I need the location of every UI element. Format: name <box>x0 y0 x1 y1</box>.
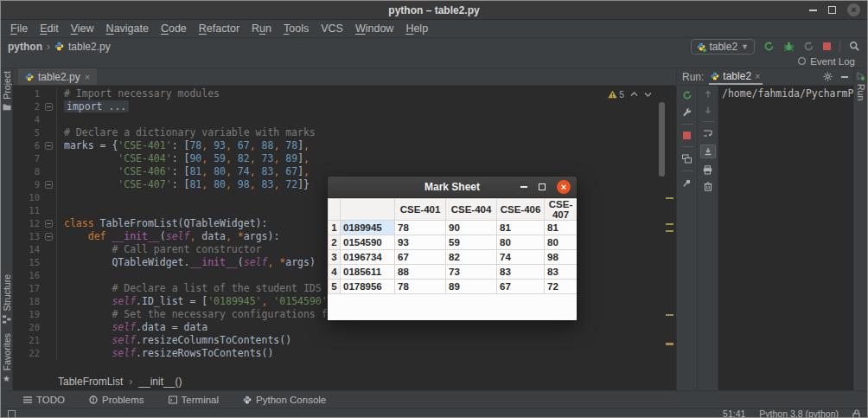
menu-refactor[interactable]: Refactor <box>193 23 246 35</box>
mark-cell[interactable]: 83 <box>497 265 545 280</box>
tab-table2-py[interactable]: table2.py × <box>18 68 97 85</box>
caret-position[interactable]: 51:41 <box>723 408 745 418</box>
dialog-close-icon[interactable]: × <box>557 180 571 194</box>
line-number[interactable]: 19 <box>13 308 44 321</box>
rerun-icon[interactable] <box>682 90 692 100</box>
student-id-cell[interactable]: 0185611 <box>341 265 395 280</box>
line-number[interactable]: 14 <box>13 243 44 256</box>
mark-cell[interactable]: 80 <box>545 235 578 250</box>
sidebar-item-favorites[interactable]: Favorites ★ <box>1 333 12 383</box>
close-icon[interactable]: × <box>847 3 860 16</box>
mark-cell[interactable]: 81 <box>545 221 578 235</box>
line-number[interactable]: 15 <box>13 256 44 269</box>
menu-vcs[interactable]: VCS <box>315 23 349 35</box>
run-tab-close-icon[interactable]: × <box>755 71 760 81</box>
folded-region[interactable]: import ... <box>64 100 129 113</box>
rerun-icon[interactable] <box>763 41 775 52</box>
minimize-icon[interactable] <box>809 10 817 11</box>
mark-cell[interactable]: 73 <box>446 265 497 280</box>
mark-cell[interactable]: 81 <box>497 221 545 235</box>
mark-cell[interactable]: 78 <box>395 221 446 235</box>
sidebar-item-structure[interactable]: Structure <box>1 274 12 324</box>
dialog-maximize-icon[interactable] <box>539 183 546 190</box>
fold-marker[interactable]: − <box>44 217 57 230</box>
tool-window-toggle-icon[interactable] <box>8 410 16 418</box>
soft-wrap-icon[interactable] <box>703 129 713 138</box>
mark-cell[interactable]: 59 <box>446 235 497 250</box>
todo-stripe[interactable] <box>666 343 673 345</box>
line-number[interactable]: 12 <box>13 217 44 230</box>
run-tab-table2[interactable]: table2 × <box>709 68 762 85</box>
breadcrumb-project[interactable]: python <box>8 41 42 53</box>
event-log-label[interactable]: Event Log <box>810 56 855 67</box>
warning-stripe[interactable] <box>666 197 673 199</box>
mark-cell[interactable]: 93 <box>395 235 446 250</box>
menu-navigate[interactable]: Navigate <box>100 23 155 35</box>
column-header-cse-401[interactable]: CSE-401 <box>395 199 446 221</box>
line-number[interactable]: 5 <box>13 126 44 139</box>
prev-warning-icon[interactable] <box>630 92 638 97</box>
sidebar-item-project[interactable]: Project <box>1 71 12 111</box>
line-number[interactable]: 2 <box>13 100 44 113</box>
mark-cell[interactable]: 98 <box>545 250 578 265</box>
mark-cell[interactable]: 90 <box>446 221 497 235</box>
tool-window-button-python-console[interactable]: Python Console <box>243 395 326 405</box>
line-number[interactable]: 8 <box>13 165 44 178</box>
stop-icon[interactable] <box>823 42 831 50</box>
menu-tools[interactable]: Tools <box>278 23 315 35</box>
id-column-header[interactable] <box>341 199 395 221</box>
mark-cell[interactable]: 78 <box>395 280 446 294</box>
interpreter-label[interactable]: Python 3.8 (python) <box>759 408 839 418</box>
run-config-selector[interactable]: table2 ▼ <box>691 39 755 55</box>
menu-edit[interactable]: Edit <box>34 23 65 35</box>
tab-close-icon[interactable]: × <box>85 72 90 82</box>
column-header-cse-404[interactable]: CSE-404 <box>446 199 497 221</box>
student-id-cell[interactable]: 0154590 <box>341 235 395 250</box>
line-number[interactable]: 17 <box>13 282 44 295</box>
line-number[interactable]: 22 <box>13 347 44 360</box>
mark-cell[interactable]: 88 <box>395 265 446 280</box>
warning-stripe[interactable] <box>666 230 673 232</box>
tool-window-button-todo[interactable]: TODO <box>23 395 65 405</box>
fold-marker[interactable]: − <box>44 100 57 113</box>
scroll-to-end-icon[interactable] <box>700 145 716 158</box>
line-number[interactable]: 7 <box>13 152 44 165</box>
row-number[interactable]: 1 <box>329 221 341 235</box>
tool-window-button-problems[interactable]: Problems <box>89 395 144 405</box>
breadcrumb-class[interactable]: TableFromList <box>58 376 123 388</box>
line-number[interactable]: 10 <box>13 191 44 204</box>
stop-icon[interactable] <box>683 132 691 139</box>
mark-cell[interactable]: 83 <box>545 265 578 280</box>
menu-code[interactable]: Code <box>155 23 193 35</box>
warning-stripe[interactable] <box>666 223 673 225</box>
line-number[interactable]: 11 <box>13 204 44 217</box>
line-number[interactable]: 16 <box>13 269 44 282</box>
mark-cell[interactable]: 82 <box>446 250 497 265</box>
clear-all-icon[interactable] <box>704 182 712 191</box>
mark-cell[interactable]: 74 <box>497 250 545 265</box>
wrench-icon[interactable] <box>682 107 692 117</box>
row-number[interactable]: 4 <box>329 265 341 280</box>
print-icon[interactable] <box>703 165 712 175</box>
student-id-cell[interactable]: 0196734 <box>341 250 395 265</box>
debug-icon[interactable] <box>783 41 795 52</box>
fold-marker[interactable]: − <box>44 139 57 152</box>
dialog-title-bar[interactable]: Mark Sheet × <box>328 177 577 198</box>
line-number[interactable]: 9 <box>13 178 44 191</box>
line-number[interactable]: 13 <box>13 230 44 243</box>
corner-cell[interactable] <box>329 199 341 221</box>
sidebar-item-run[interactable]: Run <box>854 72 867 100</box>
mark-cell[interactable]: 80 <box>497 235 545 250</box>
line-number[interactable]: 18 <box>13 295 44 308</box>
search-icon[interactable] <box>849 41 860 52</box>
menu-file[interactable]: File <box>4 23 34 35</box>
line-number[interactable]: 20 <box>13 321 44 334</box>
inspection-widget[interactable]: 5 <box>608 89 652 100</box>
mark-cell[interactable]: 67 <box>497 280 545 294</box>
line-number[interactable]: 21 <box>13 334 44 347</box>
row-number[interactable]: 2 <box>329 235 341 250</box>
hide-panel-icon[interactable] <box>841 76 848 78</box>
pin-icon[interactable] <box>682 178 692 188</box>
mark-cell[interactable]: 72 <box>545 280 578 294</box>
column-header-cse-406[interactable]: CSE-406 <box>497 199 545 221</box>
